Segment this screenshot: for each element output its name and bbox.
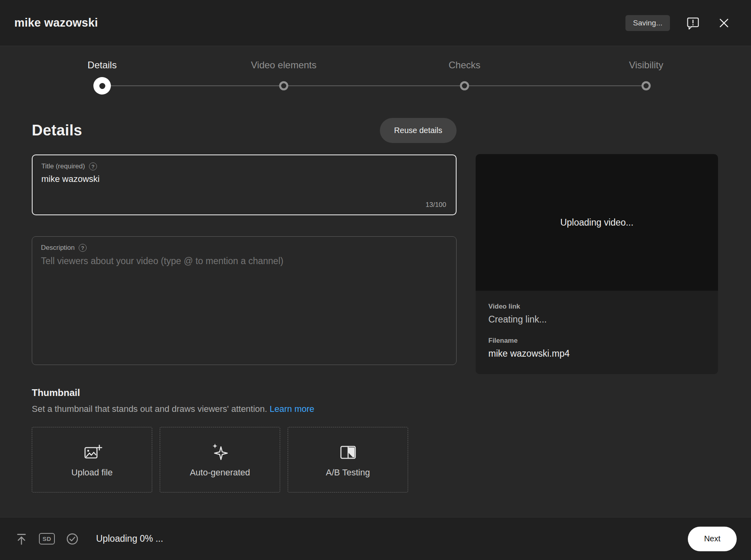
reuse-details-button[interactable]: Reuse details [380, 118, 457, 143]
learn-more-link[interactable]: Learn more [270, 404, 315, 414]
thumbnail-upload-file-button[interactable]: Upload file [32, 427, 152, 492]
saving-status-badge: Saving... [625, 15, 670, 31]
feedback-icon [686, 16, 700, 30]
footer-status-area: SD Uploading 0% ... [14, 532, 163, 546]
thumbnail-auto-generated-button[interactable]: Auto-generated [160, 427, 280, 492]
step-video-elements[interactable]: Video elements [216, 46, 351, 71]
feedback-button[interactable] [684, 14, 702, 32]
sd-quality-badge: SD [39, 533, 55, 545]
video-link-group: Video link Creating link... [488, 303, 705, 325]
details-heading-row: Details Reuse details [32, 118, 457, 143]
step-label: Visibility [579, 60, 714, 71]
filename-group: Filename mike wazowski.mp4 [488, 337, 705, 359]
stepper-line [102, 85, 646, 86]
video-link-value: Creating link... [488, 314, 705, 325]
step-dot [460, 81, 469, 91]
dialog-header: mike wazowski Saving... [0, 0, 751, 46]
next-button[interactable]: Next [688, 527, 737, 551]
upload-progress-icon [14, 532, 29, 546]
title-field: Title (required) 13/100 [32, 154, 457, 215]
description-input[interactable] [41, 256, 447, 355]
checks-complete-icon [65, 532, 79, 546]
help-icon[interactable] [79, 244, 87, 252]
description-field: Description [32, 236, 457, 365]
step-dot-active [93, 77, 111, 95]
step-label: Checks [397, 60, 532, 71]
title-field-label: Title (required) [41, 162, 85, 170]
ab-test-icon [338, 442, 358, 463]
section-heading: Details [32, 122, 82, 139]
header-actions: Saving... [625, 14, 732, 32]
step-label: Details [35, 60, 170, 71]
footer-bar: SD Uploading 0% ... Next [0, 517, 751, 560]
thumbnail-subtitle-text: Set a thumbnail that stands out and draw… [32, 404, 267, 414]
thumbnail-option-label: Upload file [72, 467, 113, 478]
description-field-label: Description [41, 244, 75, 252]
step-visibility[interactable]: Visibility [579, 46, 714, 71]
title-field-label-row: Title (required) [41, 162, 447, 170]
step-checks[interactable]: Checks [397, 46, 532, 71]
step-dot [642, 81, 651, 91]
step-details[interactable]: Details [35, 46, 170, 71]
thumbnail-option-label: Auto-generated [190, 467, 250, 478]
upload-image-icon [82, 442, 103, 463]
video-info-panel: Video link Creating link... Filename mik… [476, 291, 718, 374]
step-dot [279, 81, 288, 91]
thumbnail-ab-testing-button[interactable]: A/B Testing [288, 427, 408, 492]
filename-label: Filename [488, 337, 705, 345]
filename-value: mike wazowski.mp4 [488, 348, 705, 359]
video-preview: Uploading video... [476, 154, 718, 291]
video-preview-panel: Uploading video... Video link Creating l… [476, 154, 718, 374]
description-field-label-row: Description [41, 244, 447, 252]
details-section: Details Reuse details Title (required) 1… [32, 118, 457, 492]
video-link-label: Video link [488, 303, 705, 311]
dialog-title: mike wazowski [14, 16, 98, 29]
help-icon[interactable] [89, 162, 97, 170]
character-count: 13/100 [426, 201, 446, 209]
thumbnail-options: Upload file Auto-generated A/B Testing [32, 427, 457, 492]
thumbnail-heading: Thumbnail [32, 387, 457, 398]
close-icon [718, 17, 730, 29]
step-label: Video elements [216, 60, 351, 71]
uploading-video-text: Uploading video... [560, 217, 633, 228]
thumbnail-option-label: A/B Testing [326, 467, 370, 478]
upload-status-text: Uploading 0% ... [96, 533, 163, 544]
stepper: Details Video elements Checks Visibility [0, 46, 751, 113]
close-button[interactable] [716, 15, 732, 31]
sparkle-icon [210, 442, 230, 463]
thumbnail-subtitle: Set a thumbnail that stands out and draw… [32, 404, 457, 414]
title-input[interactable] [41, 174, 447, 184]
